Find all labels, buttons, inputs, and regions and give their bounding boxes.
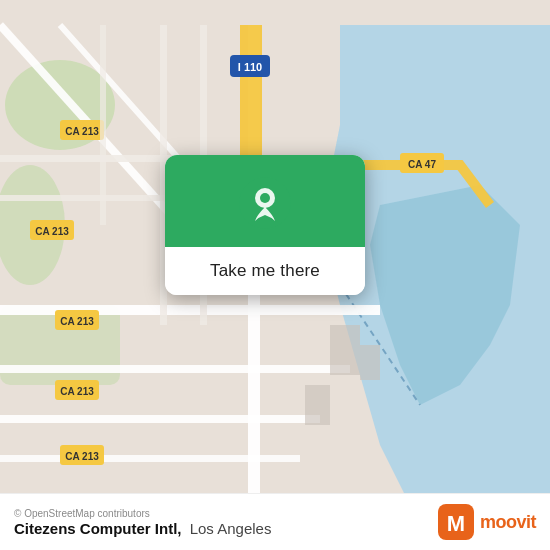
bottom-bar: © OpenStreetMap contributors Citezens Co… [0,493,550,550]
svg-text:I 110: I 110 [238,61,262,73]
location-name-text: Citezens Computer Intl, [14,520,182,537]
map-container: I 110 CA 213 CA 213 CA 213 CA 213 CA 213… [0,0,550,550]
svg-text:CA 47: CA 47 [408,159,436,170]
popup-card: Take me there [165,155,365,295]
svg-rect-31 [305,385,330,425]
svg-rect-7 [0,365,350,373]
map-attribution: © OpenStreetMap contributors [14,508,271,519]
svg-text:CA 213: CA 213 [65,451,99,462]
svg-point-35 [260,193,270,203]
svg-rect-8 [0,415,320,423]
location-pin-icon [239,177,291,229]
location-name: Citezens Computer Intl, Los Angeles [14,520,271,537]
svg-text:CA 213: CA 213 [60,386,94,397]
moovit-logo: M moovit [438,504,536,540]
svg-rect-9 [0,455,300,462]
svg-text:CA 213: CA 213 [65,126,99,137]
moovit-m-icon: M [438,504,474,540]
svg-text:CA 213: CA 213 [60,316,94,327]
svg-text:M: M [447,511,465,536]
svg-rect-29 [100,25,106,225]
bottom-bar-left: © OpenStreetMap contributors Citezens Co… [14,508,271,537]
take-me-there-button[interactable]: Take me there [210,261,320,281]
popup-tail [255,294,275,295]
location-city-text: Los Angeles [190,520,272,537]
popup-card-bottom[interactable]: Take me there [165,247,365,295]
svg-text:CA 213: CA 213 [35,226,69,237]
svg-rect-30 [330,325,360,375]
popup-card-top [165,155,365,247]
moovit-text: moovit [480,512,536,533]
svg-rect-32 [360,345,380,380]
